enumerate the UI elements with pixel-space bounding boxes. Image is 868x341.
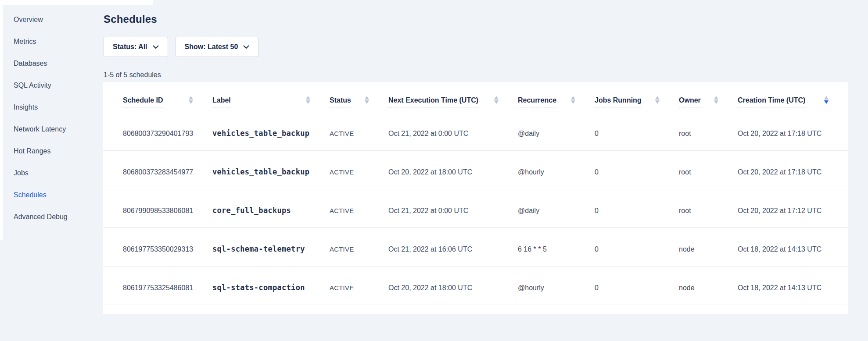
cell-status: ACTIVE — [330, 189, 388, 227]
cell-recurrence: 6 16 * * 5 — [518, 227, 595, 266]
chevron-down-icon — [153, 45, 159, 49]
cell-owner: root — [679, 150, 738, 189]
sidebar-item-network-latency[interactable]: Network Latency — [14, 118, 97, 140]
table-row: 806799098533806081 core_full_backups ACT… — [103, 189, 848, 227]
cell-next-execution-time: Oct 20, 2022 at 18:00 UTC — [388, 150, 518, 189]
cell-next-execution-time: Oct 21, 2022 at 0:00 UTC — [388, 112, 518, 150]
cell-schedule-id: 806799098533806081 — [103, 189, 212, 227]
cell-creation-time: Oct 18, 2022 at 14:13 UTC — [738, 227, 848, 266]
column-label: Recurrence — [518, 96, 556, 107]
filter-row: Status: All Show: Latest 50 — [104, 37, 258, 57]
sidebar-item-advanced-debug[interactable]: Advanced Debug — [14, 206, 97, 228]
window-edge-artifact-top — [0, 0, 153, 5]
sidebar-item-sql-activity[interactable]: SQL Activity — [14, 75, 97, 96]
sort-arrows-icon — [494, 96, 499, 104]
sidebar-item-jobs[interactable]: Jobs — [14, 162, 97, 184]
sidebar-item-insights[interactable]: Insights — [14, 96, 97, 118]
cell-recurrence: @hourly — [518, 266, 595, 305]
sidebar-item-schedules[interactable]: Schedules — [14, 184, 97, 206]
table-header-row: Schedule ID Label Status — [103, 82, 848, 112]
cell-label: core_full_backups — [212, 189, 330, 227]
column-label: Label — [212, 96, 231, 107]
column-label: Schedule ID — [123, 96, 163, 107]
column-header-creation-time[interactable]: Creation Time (UTC) — [738, 82, 848, 112]
results-count: 1-5 of 5 schedules — [104, 71, 161, 79]
status-filter-dropdown[interactable]: Status: All — [104, 37, 168, 57]
cell-label: vehicles_table_backup — [212, 150, 330, 189]
cell-schedule-id: 806197753325486081 — [103, 266, 212, 305]
cell-owner: node — [679, 227, 738, 266]
sort-arrows-icon-desc-active — [824, 96, 829, 104]
column-label: Owner — [679, 96, 701, 107]
schedules-card: Schedule ID Label Status — [103, 82, 848, 314]
sort-arrows-icon — [365, 96, 369, 104]
page-background: Overview Metrics Databases SQL Activity … — [0, 0, 868, 341]
cell-jobs-running: 0 — [595, 227, 679, 266]
sidebar-item-databases[interactable]: Databases — [14, 53, 97, 75]
cell-next-execution-time: Oct 21, 2022 at 16:06 UTC — [388, 227, 518, 266]
table-row: 806197753325486081 sql-stats-compaction … — [103, 266, 848, 305]
window-edge-artifact-left — [0, 0, 3, 240]
cell-status: ACTIVE — [330, 150, 388, 189]
sort-arrows-icon — [306, 96, 310, 104]
cell-owner: root — [679, 112, 738, 150]
cell-next-execution-time: Oct 21, 2022 at 0:00 UTC — [388, 189, 518, 227]
table-row: 806800373283454977 vehicles_table_backup… — [103, 150, 848, 189]
column-header-jobs-running[interactable]: Jobs Running — [595, 82, 679, 112]
table-row: 806800373290401793 vehicles_table_backup… — [103, 112, 848, 150]
column-label: Creation Time (UTC) — [738, 96, 805, 107]
column-header-schedule-id[interactable]: Schedule ID — [103, 82, 212, 112]
column-label: Jobs Running — [595, 96, 642, 107]
chevron-down-icon — [243, 45, 249, 49]
cell-creation-time: Oct 20, 2022 at 17:12 UTC — [738, 189, 848, 227]
column-header-next-execution-time[interactable]: Next Execution Time (UTC) — [388, 82, 518, 112]
cell-schedule-id: 806800373283454977 — [103, 150, 212, 189]
column-label: Next Execution Time (UTC) — [388, 96, 478, 107]
cell-label: sql-schema-telemetry — [212, 227, 330, 266]
cell-jobs-running: 0 — [595, 150, 679, 189]
cell-schedule-id: 806800373290401793 — [103, 112, 212, 150]
cell-recurrence: @hourly — [518, 150, 595, 189]
column-label: Status — [330, 96, 351, 107]
sidebar-item-metrics[interactable]: Metrics — [14, 31, 97, 53]
column-header-owner[interactable]: Owner — [679, 82, 738, 112]
cell-jobs-running: 0 — [595, 266, 679, 305]
sidebar-item-overview[interactable]: Overview — [14, 9, 97, 31]
sort-arrows-icon — [655, 96, 660, 104]
sort-arrows-icon — [189, 96, 193, 104]
show-filter-label: Show: Latest 50 — [185, 43, 238, 51]
sort-arrows-icon — [571, 96, 575, 104]
status-filter-label: Status: All — [113, 43, 147, 51]
cell-next-execution-time: Oct 20, 2022 at 18:00 UTC — [388, 266, 518, 305]
column-header-recurrence[interactable]: Recurrence — [518, 82, 595, 112]
cell-creation-time: Oct 20, 2022 at 17:18 UTC — [738, 112, 848, 150]
cell-recurrence: @daily — [518, 189, 595, 227]
cell-status: ACTIVE — [330, 266, 388, 305]
cell-creation-time: Oct 20, 2022 at 17:18 UTC — [738, 150, 848, 189]
schedules-table: Schedule ID Label Status — [103, 82, 848, 305]
cell-owner: root — [679, 189, 738, 227]
cell-creation-time: Oct 18, 2022 at 14:13 UTC — [738, 266, 848, 305]
cell-jobs-running: 0 — [595, 189, 679, 227]
cell-status: ACTIVE — [330, 112, 388, 150]
cell-recurrence: @daily — [518, 112, 595, 150]
sort-arrows-icon — [714, 96, 718, 104]
column-header-label[interactable]: Label — [212, 82, 330, 112]
column-header-status[interactable]: Status — [330, 82, 388, 112]
sidebar-nav: Overview Metrics Databases SQL Activity … — [14, 9, 97, 228]
cell-label: sql-stats-compaction — [212, 266, 330, 305]
cell-jobs-running: 0 — [595, 112, 679, 150]
cell-label: vehicles_table_backup — [212, 112, 330, 150]
table-row: 806197753350029313 sql-schema-telemetry … — [103, 227, 848, 266]
cell-status: ACTIVE — [330, 227, 388, 266]
cell-owner: node — [679, 266, 738, 305]
page-title: Schedules — [104, 13, 157, 25]
show-filter-dropdown[interactable]: Show: Latest 50 — [176, 37, 259, 57]
sidebar-item-hot-ranges[interactable]: Hot Ranges — [14, 140, 97, 162]
cell-schedule-id: 806197753350029313 — [103, 227, 212, 266]
